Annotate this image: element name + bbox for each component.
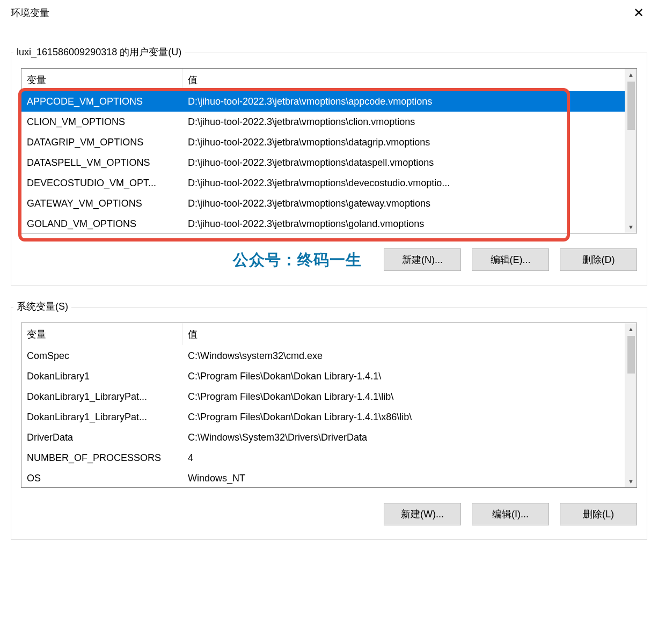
variable-name-cell: GOLAND_VM_OPTIONS xyxy=(21,215,182,233)
table-row[interactable]: DokanLibrary1_LibraryPat...C:\Program Fi… xyxy=(21,407,625,427)
variable-name-cell: APPCODE_VM_OPTIONS xyxy=(21,93,182,111)
variable-value-cell: C:\Program Files\Dokan\Dokan Library-1.4… xyxy=(182,408,625,426)
watermark-text: 公众号：终码一生 xyxy=(233,250,362,271)
titlebar: 环境变量 ✕ xyxy=(0,0,658,26)
variable-name-cell: GATEWAY_VM_OPTIONS xyxy=(21,195,182,213)
variable-value-cell: 4 xyxy=(182,449,625,467)
variable-value-cell: D:\jihuo-tool-2022.3\jetbra\vmoptions\go… xyxy=(182,215,625,233)
variable-name-cell: CLION_VM_OPTIONS xyxy=(21,113,182,131)
window-title: 环境变量 xyxy=(11,6,49,19)
variable-name-cell: DokanLibrary1_LibraryPat... xyxy=(21,388,182,406)
user-variables-group: luxi_161586009290318 的用户变量(U) 变量 值 APPCO… xyxy=(11,53,647,286)
user-scrollbar[interactable]: ▲ ▼ xyxy=(625,69,637,233)
col-header-variable[interactable]: 变量 xyxy=(21,323,182,345)
new-sys-var-button[interactable]: 新建(W)... xyxy=(384,503,461,525)
table-row[interactable]: OSWindows_NT xyxy=(21,468,625,487)
variable-value-cell: D:\jihuo-tool-2022.3\jetbra\vmoptions\da… xyxy=(182,134,625,151)
scroll-down-icon[interactable]: ▼ xyxy=(625,221,637,233)
dialog-content: luxi_161586009290318 的用户变量(U) 变量 值 APPCO… xyxy=(0,53,658,540)
table-row[interactable]: NUMBER_OF_PROCESSORS4 xyxy=(21,448,625,468)
variable-name-cell: DATAGRIP_VM_OPTIONS xyxy=(21,134,182,151)
scroll-up-icon[interactable]: ▲ xyxy=(625,69,637,80)
variable-value-cell: C:\Program Files\Dokan\Dokan Library-1.4… xyxy=(182,368,625,385)
variable-name-cell: DATASPELL_VM_OPTIONS xyxy=(21,154,182,172)
table-row[interactable]: ComSpecC:\Windows\system32\cmd.exe xyxy=(21,346,625,366)
variable-value-cell: C:\Windows\system32\cmd.exe xyxy=(182,347,625,365)
variable-value-cell: Windows_NT xyxy=(182,470,625,487)
delete-user-var-button[interactable]: 删除(D) xyxy=(560,248,637,271)
col-header-value[interactable]: 值 xyxy=(182,69,625,91)
user-table-viewport: 变量 值 APPCODE_VM_OPTIONSD:\jihuo-tool-202… xyxy=(21,69,625,233)
variable-value-cell: D:\jihuo-tool-2022.3\jetbra\vmoptions\cl… xyxy=(182,113,625,131)
scroll-thumb[interactable] xyxy=(627,336,635,374)
variable-name-cell: NUMBER_OF_PROCESSORS xyxy=(21,449,182,467)
variable-value-cell: C:\Windows\System32\Drivers\DriverData xyxy=(182,429,625,447)
sys-table-viewport: 变量 值 ComSpecC:\Windows\system32\cmd.exeD… xyxy=(21,323,625,487)
sys-var-table[interactable]: 变量 值 ComSpecC:\Windows\system32\cmd.exeD… xyxy=(21,323,637,488)
col-header-variable[interactable]: 变量 xyxy=(21,69,182,91)
table-row[interactable]: GATEWAY_VM_OPTIONSD:\jihuo-tool-2022.3\j… xyxy=(21,193,625,214)
system-variables-group: 系统变量(S) 变量 值 ComSpecC:\Windows\system32\… xyxy=(11,307,647,540)
table-row[interactable]: GOLAND_VM_OPTIONSD:\jihuo-tool-2022.3\je… xyxy=(21,214,625,233)
new-user-var-button[interactable]: 新建(N)... xyxy=(384,248,461,271)
close-icon[interactable]: ✕ xyxy=(628,4,649,21)
variable-value-cell: D:\jihuo-tool-2022.3\jetbra\vmoptions\ap… xyxy=(182,93,625,111)
scroll-down-icon[interactable]: ▼ xyxy=(625,475,637,487)
sys-scrollbar[interactable]: ▲ ▼ xyxy=(625,323,637,487)
variable-name-cell: DEVECOSTUDIO_VM_OPT... xyxy=(21,174,182,192)
edit-sys-var-button[interactable]: 编辑(I)... xyxy=(472,503,549,525)
scroll-thumb[interactable] xyxy=(627,82,635,130)
user-group-label: luxi_161586009290318 的用户变量(U) xyxy=(13,46,185,58)
sys-buttons-row: 新建(W)... 编辑(I)... 删除(L) xyxy=(21,503,637,525)
col-header-value[interactable]: 值 xyxy=(182,323,625,345)
delete-sys-var-button[interactable]: 删除(L) xyxy=(560,503,637,525)
variable-value-cell: D:\jihuo-tool-2022.3\jetbra\vmoptions\ga… xyxy=(182,195,625,213)
sys-group-label: 系统变量(S) xyxy=(13,300,71,313)
user-table-header: 变量 值 xyxy=(21,69,625,91)
variable-value-cell: C:\Program Files\Dokan\Dokan Library-1.4… xyxy=(182,388,625,406)
variable-name-cell: DokanLibrary1_LibraryPat... xyxy=(21,408,182,426)
user-buttons-row: 公众号：终码一生 新建(N)... 编辑(E)... 删除(D) xyxy=(21,248,637,271)
sys-table-header: 变量 值 xyxy=(21,323,625,346)
table-row[interactable]: DEVECOSTUDIO_VM_OPT...D:\jihuo-tool-2022… xyxy=(21,173,625,193)
variable-name-cell: DokanLibrary1 xyxy=(21,368,182,385)
table-row[interactable]: APPCODE_VM_OPTIONSD:\jihuo-tool-2022.3\j… xyxy=(21,91,625,112)
variable-value-cell: D:\jihuo-tool-2022.3\jetbra\vmoptions\da… xyxy=(182,154,625,172)
user-var-table[interactable]: 变量 值 APPCODE_VM_OPTIONSD:\jihuo-tool-202… xyxy=(21,68,637,233)
variable-name-cell: ComSpec xyxy=(21,347,182,365)
scroll-up-icon[interactable]: ▲ xyxy=(625,323,637,335)
variable-name-cell: DriverData xyxy=(21,429,182,447)
table-row[interactable]: DokanLibrary1_LibraryPat...C:\Program Fi… xyxy=(21,386,625,407)
table-row[interactable]: DATASPELL_VM_OPTIONSD:\jihuo-tool-2022.3… xyxy=(21,152,625,173)
edit-user-var-button[interactable]: 编辑(E)... xyxy=(472,248,549,271)
table-row[interactable]: CLION_VM_OPTIONSD:\jihuo-tool-2022.3\jet… xyxy=(21,112,625,132)
table-row[interactable]: DATAGRIP_VM_OPTIONSD:\jihuo-tool-2022.3\… xyxy=(21,132,625,152)
variable-value-cell: D:\jihuo-tool-2022.3\jetbra\vmoptions\de… xyxy=(182,174,625,192)
table-row[interactable]: DokanLibrary1C:\Program Files\Dokan\Doka… xyxy=(21,366,625,386)
variable-name-cell: OS xyxy=(21,470,182,487)
table-row[interactable]: DriverDataC:\Windows\System32\Drivers\Dr… xyxy=(21,427,625,448)
